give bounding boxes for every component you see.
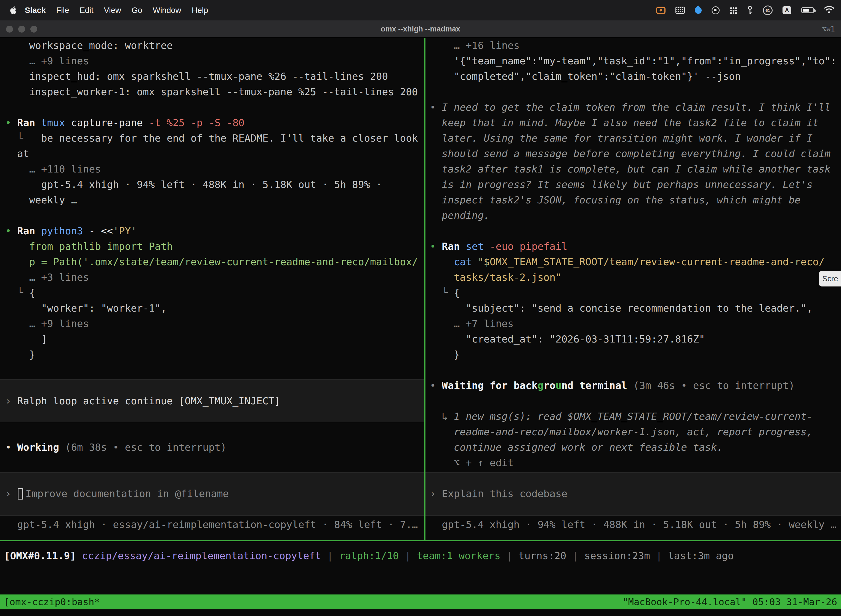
terminal-text-segment: Ran bbox=[17, 117, 35, 128]
menu-item-go[interactable]: Go bbox=[132, 6, 142, 15]
terminal-line bbox=[5, 455, 424, 471]
app-grid-icon[interactable] bbox=[730, 7, 737, 14]
input-source-icon[interactable]: A bbox=[782, 6, 791, 14]
window-title: omx --xhigh --madmax bbox=[0, 21, 841, 38]
terminal-text-segment: is in progress? It seems likely but perh… bbox=[430, 179, 813, 190]
wifi-icon[interactable] bbox=[824, 6, 834, 14]
separator: | bbox=[399, 550, 417, 561]
cpu-gauge-icon[interactable]: 61 bbox=[763, 6, 772, 15]
terminal-text-segment: capture-pane bbox=[65, 117, 149, 128]
terminal-line: … +9 lines bbox=[5, 53, 424, 69]
terminal-line: … +3 lines bbox=[5, 270, 424, 285]
terminal-text-segment: weekly … bbox=[5, 194, 77, 205]
terminal-text-segment: I need to get the claim token from the c… bbox=[442, 101, 831, 113]
terminal-text-segment: later. Using the same for transition mig… bbox=[430, 132, 813, 144]
terminal-text-segment: Ran bbox=[442, 241, 460, 252]
active-app-menu[interactable]: Slack bbox=[25, 6, 46, 15]
terminal-line: "subject": "send a concise recommendatio… bbox=[430, 301, 841, 316]
separator: | bbox=[566, 550, 584, 561]
terminal-text-segment: nd terminal bbox=[561, 380, 627, 391]
terminal-text-segment: • bbox=[430, 101, 442, 113]
terminal-text-segment: - << bbox=[83, 225, 113, 236]
terminal-text-segment: u bbox=[555, 380, 561, 391]
terminal-text-segment: gpt-5.4 xhigh · 94% left · 488K in · 5.1… bbox=[5, 179, 382, 190]
pane-divider-vertical[interactable] bbox=[424, 38, 425, 540]
terminal-line: gpt-5.4 xhigh · 94% left · 488K in · 5.1… bbox=[5, 177, 424, 192]
terminal-text-segment: 'PY' bbox=[113, 225, 137, 236]
terminal-line: should send a message before completing … bbox=[430, 146, 841, 161]
terminal-line: └ be necessary for the end of the README… bbox=[5, 131, 424, 146]
screen: { "menu_bar": { "app_name": "Slack", "me… bbox=[0, 0, 841, 616]
terminal-line bbox=[5, 100, 424, 115]
terminal-text-segment: set bbox=[466, 241, 484, 252]
terminal-text-segment: └ bbox=[5, 132, 41, 144]
terminal-line bbox=[430, 393, 841, 409]
terminal-text-segment: python3 bbox=[41, 225, 83, 236]
menu-item-edit[interactable]: Edit bbox=[80, 6, 94, 15]
ralph-counter: ralph:1/10 bbox=[339, 550, 399, 561]
right-terminal-pane[interactable]: … +16 lines '{"team_name":"my-team","tas… bbox=[425, 38, 841, 540]
terminal-line: inspect_hud: omx sparkshell --tmux-pane … bbox=[5, 69, 424, 84]
terminal-line: inspect task2's JSON, focusing on the st… bbox=[430, 192, 841, 208]
terminal-line: workspace_mode: worktree bbox=[5, 38, 424, 53]
terminal-line bbox=[5, 378, 424, 393]
dark-app-icon[interactable] bbox=[712, 6, 719, 14]
terminal-text-segment: "$OMX_TEAM_STATE_ROOT/team/review-curren… bbox=[478, 256, 825, 267]
terminal-text-segment: "created_at": "2026-03-31T11:59:27.816Z" bbox=[430, 333, 705, 345]
terminal-line: is in progress? It seems likely but perh… bbox=[430, 177, 841, 192]
terminal-line: └ { bbox=[5, 285, 424, 301]
tmux-host-clock: "MacBook-Pro-44.local" 05:03 31-Mar-26 bbox=[623, 594, 837, 609]
apple-menu[interactable] bbox=[10, 6, 16, 14]
key-icon[interactable] bbox=[747, 6, 753, 15]
last-activity: last:3m ago bbox=[668, 550, 734, 561]
battery-icon[interactable] bbox=[801, 7, 814, 13]
terminal-text-segment bbox=[35, 117, 41, 128]
terminal-text-segment: p = Path('.omx/state/team/review-current… bbox=[5, 256, 418, 267]
blue-app-icon[interactable] bbox=[693, 5, 703, 15]
menu-item-window[interactable]: Window bbox=[153, 6, 181, 15]
terminal-line: ↳ 1 new msg(s): read $OMX_TEAM_STATE_ROO… bbox=[430, 409, 841, 424]
terminal-line bbox=[430, 223, 841, 239]
terminal-text-segment: from pathlib import Path bbox=[5, 241, 173, 252]
terminal-line: cat "$OMX_TEAM_STATE_ROOT/team/review-cu… bbox=[430, 254, 841, 270]
tmux-session-info: [omx-cczip0:bash* bbox=[4, 594, 100, 609]
terminal-text-segment: Explain this codebase bbox=[442, 488, 567, 499]
separator: | bbox=[321, 550, 339, 561]
text-cursor bbox=[18, 488, 23, 500]
separator: | bbox=[650, 550, 668, 561]
terminal-line bbox=[5, 424, 424, 440]
terminal-line bbox=[5, 409, 424, 424]
menu-item-file[interactable]: File bbox=[56, 6, 69, 15]
terminal-line: … +110 lines bbox=[5, 161, 424, 177]
screen-recording-icon[interactable] bbox=[656, 7, 665, 14]
terminal-line: … +7 lines bbox=[430, 316, 841, 331]
terminal-text-segment: gpt-5.4 xhigh · 94% left · 488K in · 5.1… bbox=[430, 519, 837, 530]
terminal-line bbox=[5, 362, 424, 378]
terminal-line: tasks/task-2.json" bbox=[430, 270, 841, 285]
terminal-line: "completed","claim_token":"claim-token"}… bbox=[430, 69, 841, 84]
terminal-line bbox=[430, 362, 841, 378]
terminal-text-segment: workspace_mode: worktree bbox=[5, 40, 173, 51]
terminal-text-segment: └ bbox=[5, 287, 29, 298]
terminal-text-segment: • bbox=[5, 225, 17, 236]
terminal-text-segment: { bbox=[454, 287, 460, 298]
terminal-text-segment: inspect task2's JSON, focusing on the st… bbox=[430, 194, 801, 205]
terminal-line: pending. bbox=[430, 208, 841, 223]
grid-icon[interactable] bbox=[675, 7, 685, 14]
screen-share-pill[interactable]: Scre bbox=[819, 271, 841, 286]
menu-item-help[interactable]: Help bbox=[192, 6, 208, 15]
terminal-line: gpt-5.4 xhigh · 94% left · 488K in · 5.1… bbox=[430, 517, 841, 532]
menu-item-view[interactable]: View bbox=[104, 6, 121, 15]
window-title-bar: omx --xhigh --madmax ⌥⌘1 bbox=[0, 21, 841, 38]
terminal-line: "created_at": "2026-03-31T11:59:27.816Z" bbox=[430, 331, 841, 347]
terminal-text-segment: └ bbox=[430, 287, 454, 298]
terminal-text-segment: pending. bbox=[430, 210, 490, 221]
battery-fill bbox=[803, 9, 809, 12]
terminal-text-segment: › bbox=[5, 395, 17, 406]
omx-status-bar: [OMX#0.11.9] cczip/essay/ai-reimplementa… bbox=[0, 548, 841, 563]
left-terminal-pane[interactable]: workspace_mode: worktree … +9 lines insp… bbox=[0, 38, 424, 540]
terminal-text-segment: 1 new msg(s): read $OMX_TEAM_STATE_ROOT/… bbox=[454, 411, 813, 422]
terminal-text-segment bbox=[35, 225, 41, 236]
terminal-text-segment: Ran bbox=[17, 225, 35, 236]
terminal-line: continue assigned work or next feasible … bbox=[430, 440, 841, 455]
